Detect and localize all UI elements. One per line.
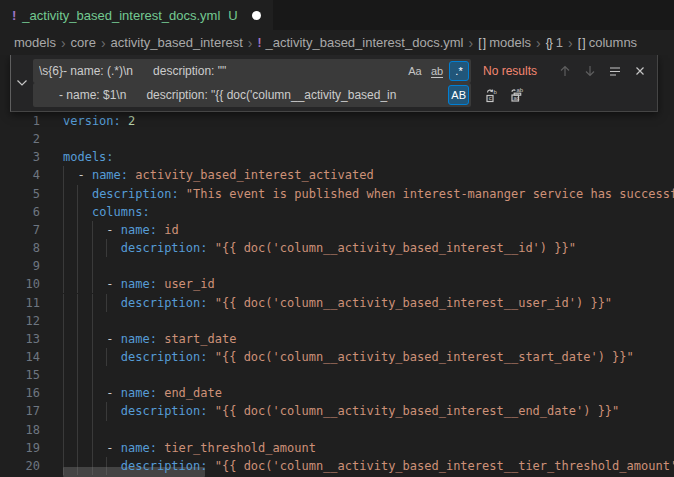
indent-guide <box>63 366 64 384</box>
line-number: 6 <box>0 203 40 221</box>
code-token-p: - <box>63 441 121 455</box>
code-token-key: description: <box>121 404 208 418</box>
breadcrumb-separator: › <box>468 35 473 51</box>
whole-word-button[interactable]: ab <box>427 61 447 81</box>
line-number: 4 <box>0 166 40 184</box>
line-number: 10 <box>0 275 40 293</box>
code-line[interactable]: description: "{{ doc('column__activity_b… <box>63 294 612 312</box>
breadcrumb-item[interactable]: {}1 <box>546 35 563 50</box>
replace-input[interactable]: - name: $1\n description: "{{ doc('colum… <box>33 83 471 107</box>
code-token-str: start_date <box>164 332 236 346</box>
match-case-button[interactable]: Aa <box>405 61 425 81</box>
code-line[interactable]: - name: id <box>63 221 179 239</box>
code-token-p <box>63 241 121 255</box>
breadcrumb-label: models <box>14 35 56 50</box>
code-token-str: "{{ doc('column__activity_based_interest… <box>215 459 674 473</box>
regex-button[interactable]: .* <box>449 61 469 81</box>
toggle-replace-button[interactable] <box>11 55 33 111</box>
code-line[interactable]: columns: <box>63 203 150 221</box>
find-input[interactable]: \s{6}- name: (.*)\n description: "" Aa a… <box>33 59 471 83</box>
find-row: \s{6}- name: (.*)\n description: "" Aa a… <box>33 59 651 83</box>
code-token-str: "{{ doc('column__activity_based_interest… <box>215 241 576 255</box>
code-line[interactable]: version: 2 <box>63 112 135 130</box>
breadcrumb-label: core <box>71 35 96 50</box>
code-token-p: - <box>63 386 121 400</box>
breadcrumb-label: activity_based_interest <box>111 35 243 50</box>
code-token-str: id <box>164 223 178 237</box>
code-line[interactable]: description: "{{ doc('column__activity_b… <box>63 239 576 257</box>
replace-icon: b c <box>484 87 500 103</box>
code-token-str: tier_threshold_amount <box>164 441 316 455</box>
replace-all-button[interactable]: ab ac <box>506 84 528 106</box>
code-line[interactable]: - name: end_date <box>63 384 222 402</box>
editor-tab[interactable]: ! _activity_based_interest_docs.yml U <box>0 0 273 30</box>
indent-guide <box>77 312 78 330</box>
breadcrumb: models›core›activity_based_interest›!_ac… <box>0 30 674 55</box>
code-line[interactable]: - name: start_date <box>63 330 236 348</box>
breadcrumb-label: columns <box>589 35 637 50</box>
code-token-key: description: <box>92 187 179 201</box>
previous-match-button[interactable] <box>554 60 576 82</box>
code-line[interactable]: - name: activity_based_interest_activate… <box>63 166 374 184</box>
code-line[interactable]: models: <box>63 148 114 166</box>
code-token-p: - <box>63 168 92 182</box>
line-number: 1 <box>0 112 40 130</box>
line-number: 18 <box>0 421 40 439</box>
code-line[interactable]: description: "{{ doc('column__activity_b… <box>63 348 634 366</box>
breadcrumb-label: 1 <box>556 35 563 50</box>
line-number: 11 <box>0 294 40 312</box>
indent-guide <box>63 257 64 275</box>
breadcrumb-item[interactable]: core <box>71 35 96 50</box>
editor-pane[interactable]: \s{6}- name: (.*)\n description: "" Aa a… <box>0 55 674 477</box>
breadcrumb-item[interactable]: [ ]models <box>478 35 531 50</box>
line-number: 3 <box>0 148 40 166</box>
breadcrumb-item[interactable]: activity_based_interest <box>111 35 243 50</box>
find-results-label: No results <box>483 64 537 78</box>
breadcrumb-separator: › <box>536 35 541 51</box>
arrow-up-icon <box>558 64 572 78</box>
code-token-str: activity_based_interest_activated <box>135 168 373 182</box>
breadcrumb-separator: › <box>101 35 106 51</box>
symbol-object-icon: {} <box>546 36 552 50</box>
code-token-key: name: <box>121 441 157 455</box>
breadcrumb-item[interactable]: [ ]columns <box>578 35 637 50</box>
replace-all-icon: ab ac <box>509 87 525 103</box>
replace-button[interactable]: b c <box>481 84 503 106</box>
next-match-button[interactable] <box>579 60 601 82</box>
breadcrumb-item[interactable]: !_activity_based_interest_docs.yml <box>257 35 463 50</box>
code-line[interactable]: - name: user_id <box>63 275 215 293</box>
code-token-key: name: <box>121 332 157 346</box>
line-number: 5 <box>0 185 40 203</box>
close-icon <box>634 65 646 77</box>
line-number: 7 <box>0 221 40 239</box>
code-token-key: name: <box>121 386 157 400</box>
yaml-icon: ! <box>257 36 261 50</box>
code-token-p <box>63 205 92 219</box>
code-token-p <box>63 187 92 201</box>
preserve-case-button[interactable]: AB <box>448 85 469 105</box>
code-token-p <box>208 296 215 310</box>
code-line[interactable]: description: "{{ doc('column__activity_b… <box>63 457 674 475</box>
close-find-button[interactable] <box>629 60 651 82</box>
line-number: 20 <box>0 457 40 475</box>
git-status-badge: U <box>228 8 237 23</box>
code-line[interactable]: - name: tier_threshold_amount <box>63 439 316 457</box>
code-line[interactable]: description: "This event is published wh… <box>63 185 674 203</box>
code-token-p <box>208 404 215 418</box>
code-token-p <box>179 187 186 201</box>
line-number: 19 <box>0 439 40 457</box>
symbol-array-icon: [ ] <box>478 36 485 50</box>
breadcrumb-item[interactable]: models <box>14 35 56 50</box>
indent-guide <box>92 366 93 384</box>
indent-guide <box>63 421 64 439</box>
line-number: 15 <box>0 366 40 384</box>
code-token-key: name: <box>92 168 128 182</box>
replace-row: - name: $1\n description: "{{ doc('colum… <box>33 83 651 107</box>
code-token-key: models: <box>63 150 114 164</box>
find-in-selection-button[interactable] <box>604 60 626 82</box>
code-line[interactable]: description: "{{ doc('column__activity_b… <box>63 402 619 420</box>
code-token-key: description: <box>121 459 208 473</box>
modified-dot-icon[interactable] <box>252 11 261 20</box>
code-token-p <box>63 350 121 364</box>
indent-guide <box>92 257 93 275</box>
